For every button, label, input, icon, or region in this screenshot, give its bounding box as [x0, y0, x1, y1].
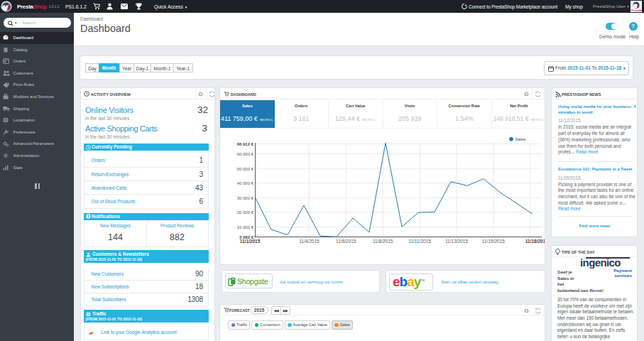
svg-text:10 000 €: 10 000 € [237, 225, 254, 229]
svg-text:11/18/201: 11/18/201 [525, 239, 545, 244]
svg-text:30 000 €: 30 000 € [237, 196, 254, 200]
svg-text:11/13/2015: 11/13/2015 [445, 239, 468, 244]
svg-text:11/1/2015: 11/1/2015 [240, 239, 261, 244]
svg-text:50 000 €: 50 000 € [237, 167, 254, 171]
svg-text:11/15/2015: 11/15/2015 [482, 239, 505, 244]
svg-text:11/4/2015: 11/4/2015 [299, 239, 320, 244]
svg-text:11/11/2015: 11/11/2015 [408, 239, 431, 244]
svg-text:60 000 €: 60 000 € [237, 152, 254, 156]
svg-text:40 000 €: 40 000 € [237, 181, 254, 185]
svg-text:20 000 €: 20 000 € [237, 210, 254, 215]
svg-text:11/8/2015: 11/8/2015 [373, 239, 393, 244]
svg-text:11/6/2015: 11/6/2015 [336, 239, 356, 244]
svg-text:Sales: Sales [515, 137, 526, 141]
svg-text:66 912 €: 66 912 € [237, 142, 254, 146]
